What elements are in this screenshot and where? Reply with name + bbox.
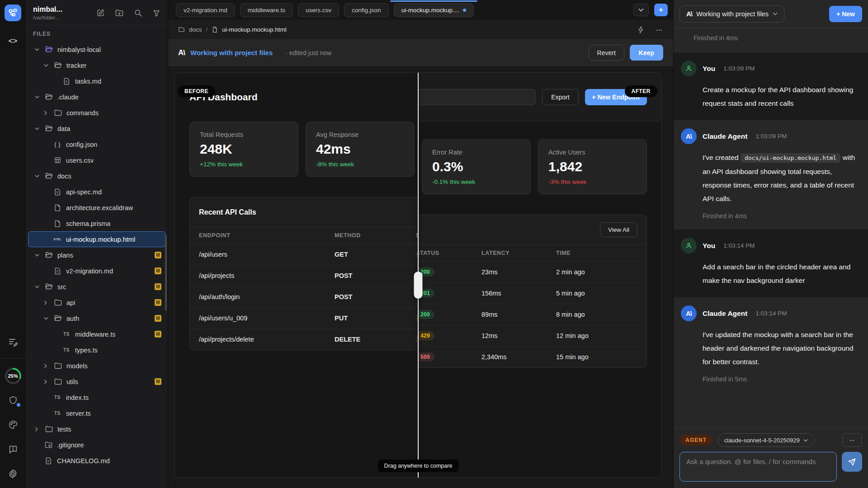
compare-drag-handle[interactable] bbox=[414, 272, 423, 299]
tree-item-data[interactable]: data bbox=[28, 121, 165, 136]
tree-item-nimbalyst-local[interactable]: nimbalyst-local bbox=[28, 42, 165, 57]
chat-message-list[interactable]: Finished in 4ms You1:03:09 PMCreate a mo… bbox=[674, 28, 868, 428]
tree-item-architecture-excalidraw[interactable]: architecture.excalidraw bbox=[28, 200, 165, 216]
chevron-right-icon[interactable] bbox=[44, 380, 49, 384]
tree-item-label: index.ts bbox=[66, 394, 89, 401]
tree-item-api[interactable]: apiM bbox=[28, 295, 165, 310]
tree-item--gitignore[interactable]: .gitignore bbox=[28, 437, 165, 453]
chevron-down-icon[interactable] bbox=[35, 48, 40, 51]
chevron-down-icon[interactable] bbox=[35, 174, 40, 178]
prompt-input[interactable]: Ask a question. @ for files. / for comma… bbox=[679, 452, 837, 482]
edit-file-icon[interactable] bbox=[96, 9, 105, 17]
chevron-down-icon[interactable] bbox=[35, 95, 40, 99]
modified-badge: M bbox=[155, 378, 161, 385]
new-chat-button[interactable]: + New bbox=[829, 6, 862, 22]
folder-open-icon bbox=[44, 252, 53, 258]
breadcrumb-file[interactable]: ui-mockup.mockup.html bbox=[222, 26, 287, 33]
export-button[interactable]: Export bbox=[542, 89, 578, 105]
tree-item-models[interactable]: models bbox=[28, 358, 165, 374]
tree-item-ui-mockup-mockup-html[interactable]: HTMLui-mockup.mockup.html bbox=[28, 231, 165, 247]
breadcrumb: docs / ui-mockup.mockup.html ⋯ bbox=[168, 20, 673, 40]
composer-more-button[interactable]: -- bbox=[842, 433, 862, 447]
tree-item-v2-migration-md[interactable]: v2-migration.mdM bbox=[28, 263, 165, 279]
tree-item-changelog-md[interactable]: CHANGELOG.md bbox=[28, 453, 165, 469]
settings-gear-icon[interactable] bbox=[5, 465, 21, 482]
project-name: nimbal... bbox=[33, 5, 62, 14]
tree-item-commands[interactable]: commands bbox=[28, 105, 165, 121]
send-button[interactable] bbox=[842, 452, 862, 472]
chevron-right-icon[interactable] bbox=[44, 300, 49, 305]
modified-badge: M bbox=[155, 299, 161, 306]
folder-open-icon bbox=[44, 125, 53, 132]
tree-item-server-ts[interactable]: TSserver.ts bbox=[28, 405, 165, 421]
tab-ui-mockup-mockup-[interactable]: ui-mockup.mockup.... bbox=[394, 3, 474, 17]
tab-middleware-ts[interactable]: middleware.ts bbox=[240, 3, 293, 17]
thread-selector[interactable]: A\ Working with project files bbox=[679, 5, 784, 23]
tree-item-plans[interactable]: plansM bbox=[28, 247, 165, 263]
agent-mode-badge[interactable]: AGENT bbox=[679, 435, 712, 446]
folder-closed-icon bbox=[53, 299, 62, 306]
tree-item-config-json[interactable]: { }config.json bbox=[28, 136, 165, 152]
chevron-down-icon[interactable] bbox=[44, 317, 49, 320]
unsaved-dot bbox=[463, 9, 466, 12]
new-tab-button[interactable]: + bbox=[654, 4, 668, 16]
tree-item-auth[interactable]: authM bbox=[28, 310, 165, 326]
chevron-right-icon[interactable] bbox=[44, 364, 49, 368]
breadcrumb-folder[interactable]: docs bbox=[189, 26, 202, 33]
more-options-icon[interactable]: ⋯ bbox=[656, 26, 664, 33]
chevron-right-icon[interactable] bbox=[35, 427, 40, 432]
notes-edit-icon[interactable] bbox=[5, 334, 21, 350]
bolt-icon[interactable] bbox=[638, 26, 644, 33]
tree-item-types-ts[interactable]: TStypes.ts bbox=[28, 342, 165, 358]
agent-message: A\Claude Agent1:03:09 PMI've created doc… bbox=[674, 120, 868, 230]
code-icon[interactable]: <> bbox=[5, 33, 21, 49]
tree-item-label: .gitignore bbox=[57, 441, 84, 449]
tree-item-index-ts[interactable]: TSindex.ts bbox=[28, 389, 165, 405]
tree-item-api-spec-md[interactable]: api-spec.md bbox=[28, 184, 165, 200]
tree-item-tests[interactable]: tests bbox=[28, 421, 165, 437]
tree-item-tasks-md[interactable]: tasks.md bbox=[28, 73, 165, 89]
revert-button[interactable]: Revert bbox=[589, 45, 624, 61]
tab-users-csv[interactable]: users.csv bbox=[298, 3, 339, 17]
search-icon[interactable] bbox=[134, 9, 142, 17]
chevron-down-icon[interactable] bbox=[35, 285, 40, 288]
chevron-right-icon[interactable] bbox=[44, 111, 49, 115]
chevron-down-icon[interactable] bbox=[35, 253, 40, 257]
tree-item-label: nimbalyst-local bbox=[57, 46, 101, 53]
tree-item-label: plans bbox=[57, 252, 73, 259]
tree-item-users-csv[interactable]: users.csv bbox=[28, 152, 165, 168]
tab-list-dropdown-button[interactable] bbox=[633, 4, 649, 16]
shield-icon[interactable] bbox=[5, 392, 21, 408]
tab-v2-migration-md[interactable]: v2-migration.md bbox=[176, 3, 235, 17]
model-selector[interactable]: claude-sonnet-4-5-20250929 bbox=[717, 433, 815, 447]
filter-icon[interactable] bbox=[152, 9, 160, 17]
app-logo-icon[interactable] bbox=[5, 5, 21, 21]
keep-button[interactable]: Keep bbox=[630, 45, 663, 61]
sidebar-scrollbar[interactable] bbox=[165, 235, 167, 311]
md-icon bbox=[53, 188, 62, 196]
tree-item-docs[interactable]: docs bbox=[28, 168, 165, 184]
feedback-icon[interactable] bbox=[5, 441, 21, 457]
tree-item-label: architecture.excalidraw bbox=[66, 204, 133, 211]
new-folder-icon[interactable] bbox=[115, 9, 124, 18]
palette-icon[interactable] bbox=[5, 417, 21, 433]
chevron-down-icon[interactable] bbox=[44, 64, 49, 67]
md-icon bbox=[62, 78, 71, 85]
activity-rail: <> 25% bbox=[0, 0, 26, 488]
file-icon bbox=[212, 26, 218, 33]
ts-icon: TS bbox=[53, 395, 62, 400]
tab-config-json[interactable]: config.json bbox=[344, 3, 389, 17]
tree-item-schema-prisma[interactable]: schema.prisma bbox=[28, 216, 165, 231]
tab-label: ui-mockup.mockup.... bbox=[401, 7, 459, 14]
tree-item-src[interactable]: srcM bbox=[28, 279, 165, 295]
agent-edit-title[interactable]: Working with project files bbox=[190, 49, 273, 56]
chevron-down-icon[interactable] bbox=[35, 127, 40, 130]
tree-item-utils[interactable]: utilsM bbox=[28, 374, 165, 389]
usage-progress-ring[interactable]: 25% bbox=[4, 367, 22, 385]
view-all-button[interactable]: View All bbox=[600, 222, 637, 237]
tree-item--claude[interactable]: .claude bbox=[28, 89, 165, 105]
tab-label: users.csv bbox=[306, 7, 331, 14]
tree-item-tracker[interactable]: tracker bbox=[28, 57, 165, 73]
tree-item-middleware-ts[interactable]: TSmiddleware.tsM bbox=[28, 326, 165, 342]
tree-item-label: server.ts bbox=[66, 410, 91, 417]
